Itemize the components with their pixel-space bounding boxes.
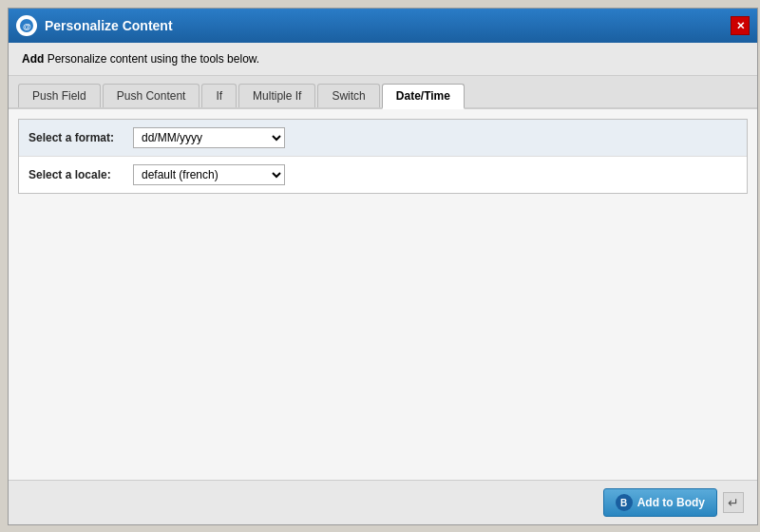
window-title: Personalize Content: [45, 18, 731, 33]
tab-switch[interactable]: Switch: [317, 84, 379, 107]
format-input-container: dd/MM/yyyy MM/dd/yyyy yyyy-MM-dd dd-MM-y…: [133, 127, 285, 148]
locale-label: Select a locale:: [28, 168, 133, 181]
tab-multiple-if[interactable]: Multiple If: [238, 84, 315, 107]
content-area: Select a format: dd/MM/yyyy MM/dd/yyyy y…: [9, 109, 757, 524]
tab-push-content[interactable]: Push Content: [103, 84, 200, 107]
tab-if[interactable]: If: [201, 84, 237, 107]
toolbar: Add Personalize content using the tools …: [9, 43, 757, 76]
svg-text:@: @: [23, 22, 31, 31]
add-icon: B: [616, 494, 633, 511]
locale-row: Select a locale: default (french) en_US …: [19, 157, 747, 193]
format-select[interactable]: dd/MM/yyyy MM/dd/yyyy yyyy-MM-dd dd-MM-y…: [133, 127, 285, 148]
toolbar-prefix: Add: [22, 52, 44, 66]
enter-button[interactable]: ↵: [723, 492, 744, 513]
app-icon: @: [16, 15, 37, 36]
tab-datetime[interactable]: Date/Time: [382, 84, 465, 109]
footer-bar: B Add to Body ↵: [9, 480, 757, 524]
tab-push-field[interactable]: Push Field: [18, 84, 101, 107]
format-row: Select a format: dd/MM/yyyy MM/dd/yyyy y…: [19, 120, 747, 157]
add-to-body-label: Add to Body: [637, 496, 705, 509]
locale-select[interactable]: default (french) en_US fr_FR de_DE es_ES: [133, 164, 285, 185]
toolbar-description: Personalize content using the tools belo…: [44, 52, 259, 66]
add-to-body-button[interactable]: B Add to Body: [603, 488, 717, 517]
title-bar: @ Personalize Content ✕: [9, 9, 757, 43]
tabs-bar: Push Field Push Content If Multiple If S…: [9, 76, 757, 109]
main-window: @ Personalize Content ✕ Add Personalize …: [8, 8, 758, 525]
close-button[interactable]: ✕: [731, 16, 750, 35]
options-panel: Select a format: dd/MM/yyyy MM/dd/yyyy y…: [18, 119, 748, 194]
locale-input-container: default (french) en_US fr_FR de_DE es_ES: [133, 164, 285, 185]
format-label: Select a format:: [28, 131, 133, 144]
